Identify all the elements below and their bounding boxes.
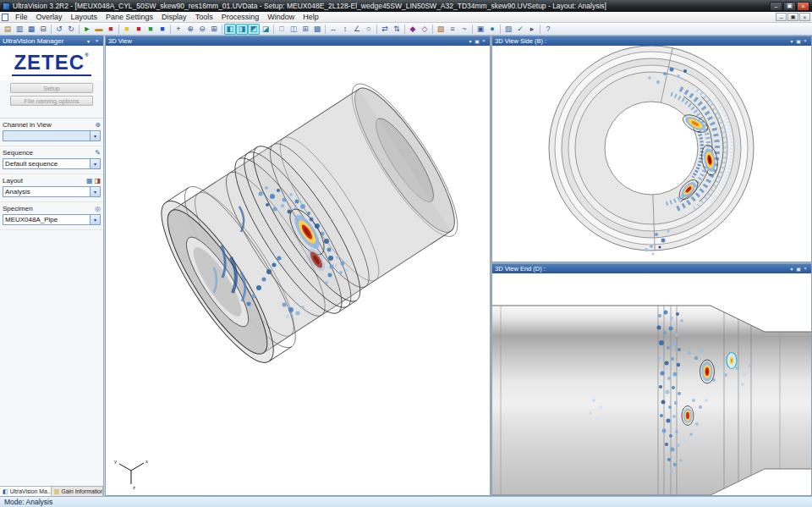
- gate-b-icon[interactable]: ■: [133, 24, 145, 35]
- stop-acquisition-icon[interactable]: ■: [105, 24, 117, 35]
- dropdown-arrow-icon[interactable]: ▾: [90, 159, 100, 168]
- specimen-select[interactable]: MEUX048A_Pipe▾: [3, 214, 101, 225]
- dropdown-arrow-icon[interactable]: ▾: [90, 215, 100, 224]
- field-specimen: Specimen◎MEUX048A_Pipe▾: [0, 202, 103, 230]
- menu-item-processing[interactable]: Processing: [217, 12, 264, 22]
- field-sequence: Sequence✎Default sequence▾: [0, 146, 103, 174]
- measure-vertical-icon[interactable]: ↕: [339, 24, 351, 35]
- circle-measure-icon[interactable]: ○: [363, 24, 375, 35]
- tab-gain-information[interactable]: ▥Gain Information: [52, 487, 103, 496]
- maximize-button[interactable]: ▣: [783, 2, 796, 11]
- menu-item-layouts[interactable]: Layouts: [67, 12, 102, 22]
- export-icon[interactable]: ▸: [526, 24, 538, 35]
- mdi-restore-button[interactable]: ▣: [787, 13, 798, 21]
- color-palette-icon[interactable]: ▧: [435, 24, 447, 35]
- gate-i-icon[interactable]: ■: [145, 24, 156, 35]
- panel-menu-icon[interactable]: ▾: [85, 37, 92, 45]
- manager-fields: Channel in View⊕▾Sequence✎Default sequen…: [0, 118, 103, 230]
- layout-save-icon[interactable]: ◨: [94, 178, 101, 185]
- layout-select[interactable]: Analysis▾: [3, 186, 101, 197]
- file-naming-options-button[interactable]: File naming options: [10, 96, 93, 106]
- close-button[interactable]: ×: [797, 2, 809, 11]
- reference-cursor-icon[interactable]: ◇: [419, 24, 431, 35]
- view-end-icon[interactable]: ◩: [248, 24, 260, 35]
- data-cursor-icon[interactable]: ◆: [407, 24, 419, 35]
- zoom-in-icon[interactable]: ⊕: [184, 24, 196, 35]
- specimen-icon[interactable]: ◎: [95, 206, 101, 212]
- menu-item-help[interactable]: Help: [299, 12, 323, 22]
- layout-custom-icon[interactable]: ▩: [311, 24, 323, 35]
- pane-maximize-icon[interactable]: ▣: [795, 38, 802, 44]
- select-cursor-icon[interactable]: +: [173, 24, 184, 35]
- menu-item-overlay[interactable]: Overlay: [32, 12, 67, 22]
- view-top-icon[interactable]: ◧: [224, 24, 236, 35]
- gate-a-icon[interactable]: ■: [121, 24, 133, 35]
- status-mode: Mode: Analysis: [4, 498, 52, 506]
- save-all-icon[interactable]: ▦: [25, 24, 37, 35]
- channel-in-view-select[interactable]: ▾: [3, 130, 101, 141]
- panel-close-icon[interactable]: ×: [93, 37, 101, 45]
- redo-icon[interactable]: ↻: [65, 24, 77, 35]
- play-acquisition-icon[interactable]: ►: [81, 24, 93, 35]
- pause-acquisition-icon[interactable]: ▬: [93, 24, 105, 35]
- menu-item-tools[interactable]: Tools: [191, 12, 217, 22]
- pane-header-side[interactable]: 3D View Side (B) : ▾▣×: [492, 36, 811, 46]
- menubar: FileOverlayLayoutsPane SettingsDisplayTo…: [0, 12, 812, 23]
- dropdown-arrow-icon[interactable]: ▾: [90, 187, 100, 196]
- pane-maximize-icon[interactable]: ▣: [474, 38, 480, 44]
- sequence-edit-icon[interactable]: ✎: [95, 150, 101, 157]
- sequence-select[interactable]: Default sequence▾: [3, 158, 101, 169]
- print-icon[interactable]: ⊟: [37, 24, 49, 35]
- sync-scroll-icon[interactable]: ⇅: [391, 24, 403, 35]
- help-icon[interactable]: ?: [542, 24, 554, 35]
- gate-c-icon[interactable]: ■: [156, 24, 168, 35]
- menu-item-display[interactable]: Display: [157, 12, 191, 22]
- view-side-icon[interactable]: ◨: [236, 24, 248, 35]
- pane-menu-icon[interactable]: ▾: [788, 266, 795, 272]
- open-file-icon[interactable]: ▤: [2, 24, 14, 35]
- layout-grid-icon[interactable]: ▦: [86, 178, 93, 185]
- mdi-close-button[interactable]: ×: [799, 13, 810, 21]
- pane-close-icon[interactable]: ×: [480, 38, 487, 44]
- end-3d-rendering[interactable]: [492, 273, 811, 495]
- setup-button[interactable]: Setup: [10, 83, 93, 93]
- mdi-minimize-button[interactable]: –: [776, 13, 787, 21]
- layout-single-icon[interactable]: □: [276, 24, 288, 35]
- measure-horizontal-icon[interactable]: ↔: [327, 24, 339, 35]
- pane-close-icon[interactable]: ×: [802, 38, 809, 44]
- tab-ultravision-manager[interactable]: ◧UltraVision Ma...: [0, 487, 52, 496]
- menu-item-pane-settings[interactable]: Pane Settings: [102, 12, 157, 22]
- layout-quad-icon[interactable]: ⊞: [299, 24, 311, 35]
- channel-settings-icon[interactable]: ⊕: [95, 122, 101, 129]
- menu-item-window[interactable]: Window: [263, 12, 299, 22]
- pane-close-icon[interactable]: ×: [802, 266, 809, 272]
- volume-merge-icon[interactable]: ▨: [502, 24, 514, 35]
- layout-split-icon[interactable]: ◫: [288, 24, 299, 35]
- pane-header-icons: ▾▣×: [788, 266, 809, 272]
- save-file-icon[interactable]: ▥: [14, 24, 25, 35]
- manager-header[interactable]: UltraVision Manager ▾×: [0, 36, 103, 46]
- waveform-icon[interactable]: ~: [458, 24, 470, 35]
- validate-icon[interactable]: ✓: [514, 24, 526, 35]
- pane-menu-icon[interactable]: ▾: [467, 38, 474, 44]
- pane-header-main[interactable]: 3D View ▾▣×: [106, 36, 490, 46]
- contour-display-icon[interactable]: ≡: [447, 24, 458, 35]
- splitter-vertical[interactable]: [491, 36, 491, 496]
- angle-measure-icon[interactable]: ∠: [351, 24, 363, 35]
- side-3d-rendering[interactable]: [492, 46, 811, 262]
- dropdown-arrow-icon[interactable]: ▾: [90, 131, 100, 141]
- view-3d-icon[interactable]: ◪: [260, 24, 272, 35]
- pane-maximize-icon[interactable]: ▣: [795, 266, 802, 272]
- undo-icon[interactable]: ↺: [53, 24, 65, 35]
- splitter-horizontal[interactable]: [491, 262, 812, 263]
- pane-menu-icon[interactable]: ▾: [788, 38, 795, 44]
- info-icon[interactable]: ●: [486, 24, 498, 35]
- link-views-icon[interactable]: ⇄: [379, 24, 391, 35]
- report-icon[interactable]: ▣: [475, 24, 486, 35]
- main-3d-rendering[interactable]: x y z: [106, 46, 490, 495]
- pane-header-end[interactable]: 3D View End (D) : ▾▣×: [492, 264, 811, 273]
- zoom-out-icon[interactable]: ⊖: [196, 24, 208, 35]
- menu-item-file[interactable]: File: [11, 12, 32, 22]
- fit-view-icon[interactable]: ⊞: [208, 24, 220, 35]
- minimize-button[interactable]: –: [770, 2, 782, 11]
